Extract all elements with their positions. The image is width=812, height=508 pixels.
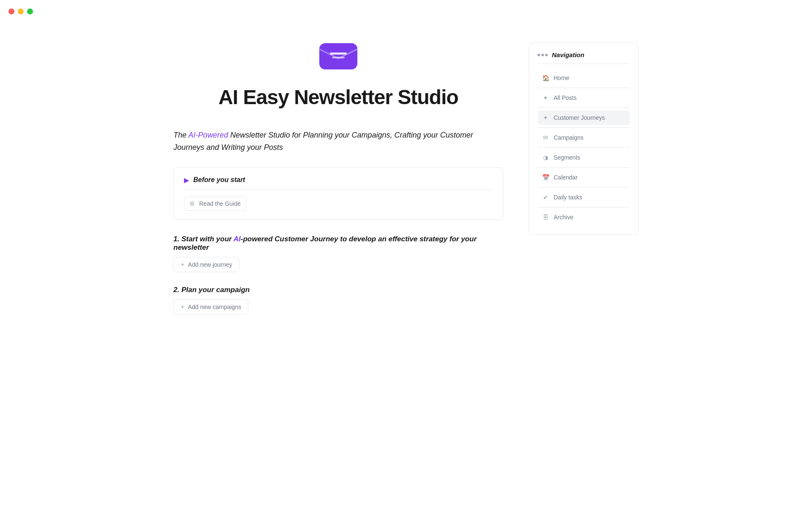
archive-icon: 🗄 [542,214,549,221]
description: The AI-Powered Newsletter Studio for Pla… [173,129,503,154]
app-logo [317,34,359,72]
section1-prefix: 1. Start with your [173,235,233,243]
nav-item-customer-journeys[interactable]: ✦ Customer Journeys [538,110,630,125]
nav-label-archive: Archive [554,214,573,221]
segments-icon: ◑ [542,154,549,161]
section1-heading: 1. Start with your AI-powered Customer J… [173,235,503,252]
card-header: ▶ Before you start [184,176,493,190]
add-journey-button[interactable]: + Add new journey [173,257,239,272]
flag-icon: ▶ [184,176,189,184]
plus-icon: + [181,261,184,268]
nav-label-customer-journeys: Customer Journeys [554,114,605,121]
svg-rect-0 [319,43,357,69]
customer-journeys-icon: ✦ [542,114,549,121]
nav-divider-3 [538,127,630,128]
add-journey-label: Add new journey [188,261,232,268]
logo-wrapper [173,34,503,72]
nav-label-segments: Segments [554,154,580,161]
nav-divider-1 [538,88,630,88]
nav-dot-3 [545,54,548,56]
minimize-button[interactable] [18,8,24,14]
nav-dot-1 [538,54,540,56]
nav-dot-2 [541,54,544,56]
add-campaign-button[interactable]: + Add new campaigns [173,299,248,315]
section2-label: 2. Plan your campaign [173,286,250,294]
svg-rect-2 [332,57,345,58]
plus-icon-2: + [181,303,184,311]
read-guide-button[interactable]: ⚙ Read the Guide [184,196,246,211]
nav-divider-5 [538,167,630,168]
calendar-icon: 📅 [542,174,549,181]
section2-heading: 2. Plan your campaign [173,286,503,294]
nav-dots [538,54,548,56]
description-highlight: AI-Powered [188,131,228,139]
nav-item-archive[interactable]: 🗄 Archive [538,210,630,224]
section1-highlight: AI [233,235,241,243]
svg-rect-1 [330,52,347,55]
add-campaign-label: Add new campaigns [188,304,241,310]
nav-item-all-posts[interactable]: ✦ All Posts [538,91,630,105]
nav-title: Navigation [552,51,584,58]
nav-item-segments[interactable]: ◑ Segments [538,150,630,165]
nav-divider-6 [538,187,630,188]
close-button[interactable] [8,8,14,14]
read-guide-label: Read the Guide [199,200,241,207]
home-icon: 🏠 [542,75,549,81]
nav-item-daily-tasks[interactable]: ✔ Daily tasks [538,190,630,204]
settings-icon: ⚙ [189,200,195,207]
all-posts-icon: ✦ [542,94,549,101]
maximize-button[interactable] [27,8,33,14]
nav-item-campaigns[interactable]: ✉ Campaigns [538,130,630,145]
nav-item-home[interactable]: 🏠 Home [538,71,630,85]
traffic-lights [8,8,33,14]
nav-label-home: Home [554,75,569,81]
nav-label-calendar: Calendar [554,174,578,181]
nav-divider-2 [538,108,630,108]
nav-item-calendar[interactable]: 📅 Calendar [538,170,630,185]
nav-label-daily-tasks: Daily tasks [554,194,582,201]
nav-label-all-posts: All Posts [554,94,576,101]
nav-label-campaigns: Campaigns [554,134,584,141]
daily-tasks-icon: ✔ [542,194,549,201]
card-header-title: Before you start [193,176,245,184]
description-prefix: The [173,131,188,139]
nav-divider-4 [538,147,630,148]
campaigns-icon: ✉ [542,134,549,141]
nav-header: Navigation [538,51,630,64]
page-title: AI Easy Newsletter Studio [173,86,503,109]
navigation-panel: Navigation 🏠 Home ✦ All Posts ✦ Customer… [529,42,639,235]
nav-divider-7 [538,207,630,207]
before-you-start-card: ▶ Before you start ⚙ Read the Guide [173,167,503,220]
